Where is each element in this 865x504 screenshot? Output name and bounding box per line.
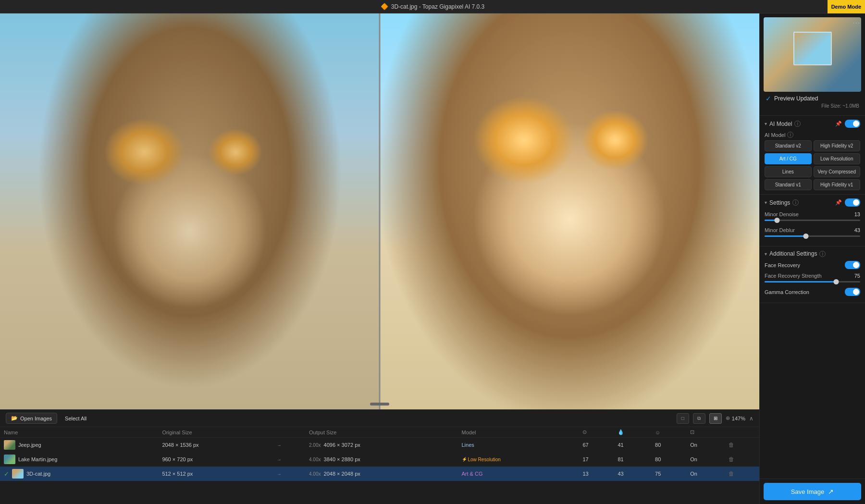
bottom-toolbar: 📂 Open Images Select All □ ⧉ ⊞ ⊕ 147%: [0, 410, 759, 427]
col4-cell: On: [686, 438, 724, 453]
divider-handle[interactable]: [370, 403, 389, 406]
open-images-button[interactable]: 📂 Open Images: [6, 413, 57, 424]
ai-model-label-text: AI Model: [765, 132, 785, 138]
chevron-icon: ▾: [765, 200, 767, 205]
ai-model-info-icon[interactable]: i: [794, 121, 801, 127]
save-section: Save Image ↗: [760, 479, 865, 504]
delete-icon[interactable]: 🗑: [729, 442, 734, 448]
minor-deblur-label: Minor Deblur: [765, 227, 795, 233]
settings-title: ▾ Settings i: [765, 199, 799, 206]
minor-denoise-track[interactable]: [765, 220, 860, 221]
file-name-cell: Jeep.jpeg: [0, 438, 158, 453]
ai-model-section-header[interactable]: ▾ AI Model i 📌: [765, 120, 860, 128]
gamma-correction-toggle[interactable]: [845, 288, 860, 296]
face-recovery-strength-fill: [765, 281, 836, 283]
save-image-button[interactable]: Save Image ↗: [764, 483, 861, 500]
table-row[interactable]: Lake Martin.jpeg 960 × 720 px → 4.00x 38…: [0, 452, 759, 467]
settings-actions: 📌: [835, 198, 860, 207]
zoom-display: ⊕ 147%: [726, 415, 745, 421]
file-list: Name Original Size Output Size Model ⊙ 💧…: [0, 427, 759, 504]
model-tag: ⚡ Low Resolution: [462, 457, 575, 462]
model-btn-high-fidelity-v2[interactable]: High Fidelity v2: [814, 140, 861, 151]
model-tag: Art & CG: [462, 471, 483, 477]
zoom-level: 147%: [732, 416, 745, 421]
zoom-icon: ⊕: [726, 415, 730, 421]
processed-image: [380, 13, 759, 409]
preview-thumbnail: [764, 17, 861, 92]
model-btn-standard-v1[interactable]: Standard v1: [765, 179, 812, 190]
output-size-cell: 4.00x 2048 × 2048 px: [305, 467, 457, 481]
arrow-cell: →: [273, 467, 305, 481]
face-recovery-strength-track[interactable]: [765, 281, 860, 283]
table-row[interactable]: Jeep.jpeg 2048 × 1536 px → 2.00x 4096 × …: [0, 438, 759, 453]
minor-deblur-container: Minor Deblur 43: [765, 226, 860, 242]
settings-section-header[interactable]: ▾ Settings i 📌: [765, 198, 860, 207]
settings-info-icon[interactable]: i: [792, 199, 799, 206]
model-btn-art-cg[interactable]: Art / CG: [765, 153, 812, 164]
face-recovery-row: Face Recovery: [765, 261, 860, 269]
settings-toggle[interactable]: [845, 198, 860, 207]
model-btn-standard-v2[interactable]: Standard v2: [765, 140, 812, 151]
save-label: Save Image: [791, 488, 824, 495]
arrow-cell: →: [273, 452, 305, 467]
table-row[interactable]: ✓ 3D-cat.jpg 512 × 512 px → 4.00x 2048 ×…: [0, 467, 759, 481]
file-name-cell: Lake Martin.jpeg: [0, 452, 158, 467]
ai-model-sub-info[interactable]: i: [787, 132, 793, 138]
ai-model-title: ▾ AI Model i: [765, 121, 801, 127]
minor-denoise-value: 13: [848, 211, 860, 217]
preview-updated-row: ✓ Preview Updated: [764, 92, 861, 103]
model-btn-low-resolution[interactable]: Low Resolution: [814, 153, 861, 164]
ai-model-toggle[interactable]: [845, 120, 860, 128]
col-header-c2: 💧: [614, 427, 651, 438]
settings-pin-icon[interactable]: 📌: [835, 199, 842, 206]
panel-collapse-button[interactable]: ∧: [749, 415, 754, 422]
select-all-button[interactable]: Select All: [61, 414, 90, 423]
model-btn-high-fidelity-v1[interactable]: High Fidelity v1: [814, 179, 861, 190]
delete-icon[interactable]: 🗑: [729, 456, 734, 463]
col-header-c3: ☺: [651, 427, 686, 438]
view-compare-button[interactable]: ⧉: [693, 413, 705, 424]
model-btn-lines[interactable]: Lines: [765, 166, 812, 177]
face-recovery-toggle[interactable]: [845, 261, 860, 269]
original-image: [0, 13, 380, 409]
col1-cell: 13: [579, 467, 614, 481]
app-title: 3D-cat.jpg - Topaz Gigapixel AI 7.0.3: [391, 3, 485, 10]
folder-icon: 📂: [11, 415, 18, 421]
minor-denoise-row: Minor Denoise 13: [765, 211, 860, 217]
pin-icon[interactable]: 📌: [835, 121, 842, 127]
file-thumbnail: [12, 469, 24, 479]
col3-cell: 75: [651, 467, 686, 481]
file-size-label: File Size: ~1.0MB: [764, 103, 861, 111]
file-thumbnail: [4, 440, 15, 450]
toggle-knob: [853, 289, 859, 295]
additional-settings-header[interactable]: ▾ Additional Settings i: [765, 250, 860, 257]
additional-settings-title: ▾ Additional Settings i: [765, 250, 826, 257]
model-cell: Art & CG: [458, 467, 579, 481]
more-options-button[interactable]: ⋯: [853, 18, 860, 27]
original-size-cell: 960 × 720 px: [158, 452, 272, 467]
col4-cell: On: [686, 467, 724, 481]
view-grid-button[interactable]: ⊞: [709, 413, 722, 424]
chevron-icon: ▾: [765, 251, 767, 257]
preview-check-icon: ✓: [766, 95, 771, 102]
delete-icon[interactable]: 🗑: [729, 470, 734, 477]
additional-settings-title-text: Additional Settings: [769, 250, 817, 257]
model-btn-very-compressed[interactable]: Very Compressed: [814, 166, 861, 177]
toggle-knob: [853, 199, 859, 206]
minor-deblur-thumb[interactable]: [803, 234, 808, 239]
minor-denoise-thumb[interactable]: [774, 218, 779, 223]
output-size-cell: 2.00x 4096 × 3072 px: [305, 438, 457, 453]
minor-deblur-row: Minor Deblur 43: [765, 227, 860, 233]
ai-model-actions: 📌: [835, 120, 860, 128]
compare-area[interactable]: [0, 13, 759, 409]
original-size-cell: 2048 × 1536 px: [158, 438, 272, 453]
minor-deblur-track[interactable]: [765, 235, 860, 237]
col-header-original: Original Size: [158, 427, 272, 438]
image-viewer: 📂 Open Images Select All □ ⧉ ⊞ ⊕ 147%: [0, 13, 759, 504]
actions-cell: 🗑: [725, 467, 759, 481]
view-single-button[interactable]: □: [677, 413, 689, 424]
face-recovery-strength-thumb[interactable]: [834, 279, 839, 284]
additional-settings-info-icon[interactable]: i: [819, 251, 826, 257]
compare-divider[interactable]: [379, 13, 381, 409]
file-name: 3D-cat.jpg: [26, 471, 50, 477]
